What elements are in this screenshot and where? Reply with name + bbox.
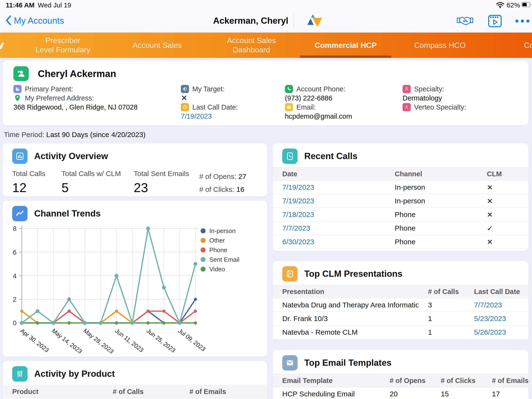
stat-total-calls: Total Calls12 [12, 170, 45, 195]
media-button[interactable] [488, 15, 502, 28]
cell: In-person [385, 183, 477, 191]
phone-icon [285, 85, 293, 93]
table-row[interactable]: HCP Scheduling Email201517 [273, 387, 528, 399]
table-row[interactable]: 7/19/2023In-person✕ [273, 181, 528, 194]
table-row[interactable]: 7/18/2023Phone✕ [273, 208, 528, 222]
cell: Phone [385, 238, 477, 246]
table-row[interactable]: Natevba - Remote CLM15/26/2023 [273, 326, 528, 339]
side-stat-value: 16 [236, 185, 244, 193]
svg-text:Jun 25, 2023: Jun 25, 2023 [146, 327, 177, 354]
cell: ✕ [477, 183, 528, 192]
cell: Phone [385, 224, 477, 232]
column-header: # of Calls [103, 388, 180, 396]
column-header: Product [3, 388, 103, 396]
tab-commercial-hcp[interactable]: Commercial HCP [298, 32, 393, 58]
stat-value: 5 [62, 180, 121, 195]
recent-calls-table: DateChannelCLM 7/19/2023In-person✕7/19/2… [273, 167, 528, 249]
date-link[interactable]: 7/19/2023 [273, 197, 385, 205]
my-target-label: My Target: [192, 84, 225, 94]
call-log-icon [282, 149, 298, 164]
contact-column-2: My Target: ✕ Last Call Date: 7/19/2023 [181, 84, 238, 121]
wifi-icon [496, 2, 504, 9]
date-link[interactable]: 6/30/2023 [273, 238, 385, 246]
primary-parent-label: Primary Parent: [25, 84, 73, 94]
page-title: Ackerman, Cheryl [203, 16, 298, 26]
back-label: My Accounts [14, 16, 64, 26]
more-options-button[interactable] [515, 19, 530, 24]
table-row[interactable]: 7/7/2023Phone✓ [273, 222, 528, 235]
date-link[interactable]: 7/7/2023 [465, 301, 528, 309]
title-divider [293, 14, 294, 28]
my-target-value: ✕ [181, 94, 188, 103]
tab-compass-hco[interactable]: Compass HCO [393, 32, 487, 58]
svg-text:Apr 30, 2023: Apr 30, 2023 [19, 327, 50, 354]
column-header: # of Emails [482, 377, 528, 385]
cell: Natevba Drug and Therapy Area Informatio… [273, 301, 418, 309]
stat-total-sent-emails: Total Sent Emails23 [134, 170, 189, 195]
svg-text:Jul 09, 2023: Jul 09, 2023 [177, 327, 207, 353]
account-phone-label: Account Phone: [296, 84, 345, 94]
svg-text:In-person: In-person [209, 227, 236, 234]
time-period: Time Period: Last 90 Days (since 4/20/20… [4, 131, 146, 139]
tab-prescriber-level-formulary[interactable]: Prescriber Level Formulary [16, 32, 110, 58]
clock-icon [181, 103, 189, 111]
contact-person-icon [13, 66, 29, 81]
date-link[interactable]: 5/26/2023 [465, 328, 528, 336]
building-icon [13, 85, 22, 93]
tab-account-sales[interactable]: Account Sales [110, 32, 204, 58]
svg-text:Jun 11, 2023: Jun 11, 2023 [114, 327, 145, 354]
svg-text:Sent Email: Sent Email [209, 256, 240, 263]
svg-text:8: 8 [13, 225, 17, 232]
date-link[interactable]: 5/23/2023 [465, 315, 528, 323]
email-template-icon [282, 355, 298, 371]
account-phone-value: (973) 222-6886 [285, 94, 332, 103]
svg-text:Phone: Phone [209, 246, 227, 253]
svg-text:6: 6 [13, 248, 17, 256]
tab-account-sales-dashboard[interactable]: Account Sales Dashboard [204, 32, 298, 58]
clipped-tab-fragment [0, 42, 4, 49]
top-clm-table: Presentation# of CallsLast Call Date Nat… [273, 285, 528, 339]
tab-comp[interactable]: Comp [487, 32, 532, 58]
column-header: CLM [477, 170, 528, 178]
table-row[interactable]: Natevba Drug and Therapy Area Informatio… [273, 298, 528, 312]
svg-text:May 28, 2023: May 28, 2023 [82, 327, 115, 355]
channel-trends-card: Channel Trends 02468Apr 30, 2023May 14, … [2, 200, 267, 357]
handshake-button[interactable] [456, 15, 474, 28]
column-header: Date [273, 170, 385, 178]
clock-date: Wed Jul 19 [38, 1, 71, 9]
top-clm-presentations-card: Top CLM Presentations Presentation# of C… [272, 261, 529, 340]
table-row[interactable]: Dr. Frank 10/315/23/2023 [273, 312, 528, 326]
preferred-address-label: My Preferred Address: [25, 94, 94, 103]
contact-column-4: Specialty: Dermatology Verteo Specialty: [403, 84, 466, 121]
cell: Natevba - Remote CLM [273, 328, 418, 336]
top-email-templates-title: Top Email Templates [304, 358, 392, 368]
cell: Dr. Frank 10/3 [273, 315, 418, 323]
verteo-specialty-label: Verteo Specialty: [414, 103, 466, 112]
column-header: Email Template [273, 377, 380, 385]
column-header: # of Emails [180, 388, 267, 396]
table-row[interactable]: 6/30/2023Phone✕ [273, 235, 528, 249]
date-link[interactable]: 7/19/2023 [273, 183, 385, 191]
date-link[interactable]: 7/18/2023 [273, 210, 385, 219]
activity-by-product-card: Activity by Product Product# of Calls# o… [2, 361, 267, 399]
side-stat-value: 27 [238, 172, 246, 180]
date-link[interactable]: 7/7/2023 [273, 224, 385, 232]
last-call-date-link[interactable]: 7/19/2023 [181, 112, 212, 121]
last-call-date-label: Last Call Date: [192, 103, 238, 112]
app-logo-icon [307, 13, 323, 30]
table-header: Presentation# of CallsLast Call Date [273, 285, 528, 298]
cell: ✕ [477, 197, 528, 205]
table-row[interactable]: 7/19/2023In-person✕ [273, 194, 528, 208]
presentation-book-icon [282, 266, 298, 282]
cell: Phone [385, 210, 477, 219]
address-value: 368 Ridgewood, , Glen Ridge, NJ 07028 [13, 103, 138, 112]
tab-bar: Prescriber Level FormularyAccount SalesA… [0, 32, 532, 58]
battery-percent: 62% [507, 1, 520, 9]
activity-by-product-table: Product# of Calls# of Emails [3, 385, 267, 398]
table-header: Product# of Calls# of Emails [3, 385, 267, 398]
column-header: # of Calls [418, 288, 464, 296]
column-header: Channel [385, 170, 477, 178]
back-button[interactable]: My Accounts [5, 15, 64, 27]
cell: 3 [418, 301, 464, 309]
cell: In-person [385, 197, 477, 205]
